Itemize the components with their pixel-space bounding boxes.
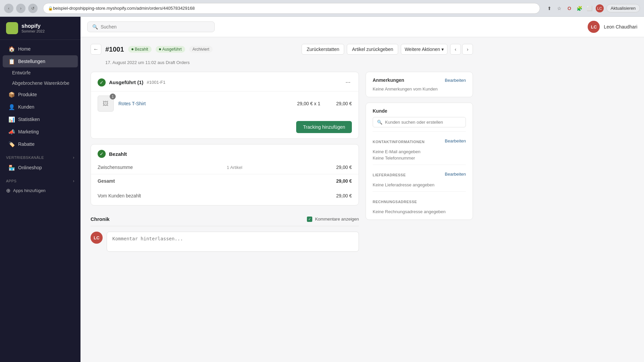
chronik-header: Chronik ✓ Kommentare anzeigen xyxy=(91,211,359,226)
customer-search-input[interactable] xyxy=(385,120,462,125)
products-icon: 📦 xyxy=(9,92,15,98)
sidebar-item-onlineshop[interactable]: 🏪 Onlineshop xyxy=(3,162,78,174)
payment-paid-amount: 29,00 € xyxy=(336,193,352,198)
anmerkungen-text: Keine Anmerkungen vom Kunden xyxy=(373,86,438,92)
search-box[interactable]: 🔍 xyxy=(87,21,215,32)
apps-label: Apps xyxy=(6,179,16,183)
apps-section: Apps › xyxy=(0,174,80,185)
sidebar-item-kunden[interactable]: 👤 Kunden xyxy=(3,101,78,113)
payment-subtotal-label: Zwischensumme xyxy=(98,165,133,170)
sidebar-item-abgebrochene[interactable]: Abgebrochene Warenkörbe xyxy=(12,78,78,88)
sidebar-item-bestellungen[interactable]: 📋 Bestellungen xyxy=(3,55,78,67)
browser-toolbar-icons: ⬆ ☆ O 🧩 ⬜ LC xyxy=(545,4,604,12)
item-total: 29,00 € xyxy=(325,101,352,106)
lieferadresse-edit-button[interactable]: Bearbeiten xyxy=(445,172,466,177)
reload-nav-btn[interactable]: ↺ xyxy=(28,4,38,13)
apps-arrow: › xyxy=(73,179,75,183)
orders-icon: 📋 xyxy=(9,58,15,64)
payment-total-row: Gesamt 29,00 € xyxy=(91,176,359,186)
user-name: Leon Chaudhari xyxy=(604,24,637,29)
kunde-header: Kunde xyxy=(373,108,466,114)
sidebar-rabatte-label: Rabatte xyxy=(18,141,35,147)
search-input[interactable] xyxy=(101,24,210,29)
address-bar[interactable]: 🔒 beispiel-dropshipping-store.myshopify.… xyxy=(43,3,540,14)
payment-card-header: ✓ Bezahlt xyxy=(91,144,359,162)
update-button[interactable]: Aktualisieren xyxy=(606,4,640,12)
sidebar-statistiken-label: Statistiken xyxy=(18,117,40,122)
kommentar-toggle[interactable]: ✓ Kommentare anzeigen xyxy=(307,217,359,222)
sidebar-item-produkte[interactable]: 📦 Produkte xyxy=(3,88,78,101)
payment-title-row: ✓ Bezahlt xyxy=(98,150,127,158)
sidebar-item-home[interactable]: 🏠 Home xyxy=(3,43,78,55)
fulfillment-card: ✓ Ausgeführt (1) #1001-F1 ··· 🖼 xyxy=(91,72,359,139)
prev-order-button[interactable]: ‹ xyxy=(450,44,461,55)
sidebar-abgebrochene-label: Abgebrochene Warenkörbe xyxy=(12,80,69,86)
back-button[interactable]: ← xyxy=(91,44,101,55)
rechnungsadresse-section-label: RECHNUNGSADRESSE xyxy=(373,200,417,204)
share-icon[interactable]: ⬆ xyxy=(545,4,553,12)
more-actions-button[interactable]: Weitere Aktionen ▾ xyxy=(401,44,447,55)
fulfillment-title-row: ✓ Ausgeführt (1) #1001-F1 xyxy=(98,78,165,86)
sidebar-item-marketing[interactable]: 📣 Marketing xyxy=(3,126,78,138)
badge-archived-label: Archiviert xyxy=(193,47,209,52)
item-price: 29,00 € x 1 xyxy=(287,101,320,106)
comment-box-row: LC xyxy=(91,232,359,252)
browser-chrome: ‹ › ↺ 🔒 beispiel-dropshipping-store.mysh… xyxy=(0,0,644,17)
discounts-icon: 🏷️ xyxy=(9,141,15,147)
lieferadresse-text: Keine Lieferadresse angegeben xyxy=(373,182,466,187)
kontakt-edit-button[interactable]: Bearbeiten xyxy=(445,138,466,143)
kontakt-email: Keine E-Mail angegeben xyxy=(373,149,466,154)
sidebar-item-statistiken[interactable]: 📊 Statistiken xyxy=(3,113,78,125)
bookmark-icon[interactable]: ☆ xyxy=(555,4,564,12)
customer-search[interactable]: 🔍 xyxy=(373,117,466,127)
profile-icon[interactable]: LC xyxy=(596,4,604,12)
item-qty-badge: 1 xyxy=(110,94,116,100)
tracking-button[interactable]: Tracking hinzufügen xyxy=(296,121,352,133)
lieferadresse-divider xyxy=(373,165,466,165)
anmerkungen-edit-button[interactable]: Bearbeiten xyxy=(445,78,466,83)
extensions-icon[interactable]: 🧩 xyxy=(576,4,584,12)
top-bar: 🔍 LC Leon Chaudhari xyxy=(80,17,644,37)
sidebar-item-entwuerfe[interactable]: Entwürfe xyxy=(12,68,78,78)
sidebar-home-label: Home xyxy=(18,46,31,52)
sidebar-onlineshop-label: Onlineshop xyxy=(18,165,42,170)
payment-subtotal-row: Zwischensumme 1 Artikel 29,00 € xyxy=(91,162,359,173)
anmerkungen-title: Anmerkungen xyxy=(373,77,404,83)
chevron-down-icon: ▾ xyxy=(441,47,444,52)
refund-button[interactable]: Zurückerstatten xyxy=(302,44,344,55)
item-image-wrapper: 🖼 1 xyxy=(98,96,114,112)
return-button[interactable]: Artikel zurückgeben xyxy=(347,44,398,55)
anmerkungen-card: Anmerkungen Bearbeiten Keine Anmerkungen… xyxy=(366,72,473,97)
right-column: Anmerkungen Bearbeiten Keine Anmerkungen… xyxy=(366,72,473,225)
badge-archived: Archiviert xyxy=(189,46,213,53)
order-title: #1001 xyxy=(105,46,124,53)
forward-nav-btn[interactable]: › xyxy=(16,4,25,13)
order-subtitle: 17. August 2022 um 11:02 aus Draft Order… xyxy=(91,60,473,65)
kommentar-checkbox[interactable]: ✓ xyxy=(307,217,312,222)
sidebar-item-rabatte[interactable]: 🏷️ Rabatte xyxy=(3,138,78,150)
comment-input[interactable] xyxy=(107,232,359,252)
lieferadresse-header: LIEFERADRESSE Bearbeiten xyxy=(373,169,466,179)
top-bar-right: LC Leon Chaudhari xyxy=(588,21,637,33)
plus-icon: ⊕ xyxy=(6,187,10,194)
payment-card: ✓ Bezahlt Zwischensumme 1 Artikel 29,00 … xyxy=(91,144,359,205)
payment-paid-row: Vom Kunden bezahlt 29,00 € xyxy=(91,190,359,201)
vertriebskanaele-arrow: › xyxy=(73,155,75,160)
search-icon: 🔍 xyxy=(92,24,98,29)
opera-icon[interactable]: O xyxy=(566,4,574,12)
fulfillment-more-button[interactable]: ··· xyxy=(344,77,352,87)
window-icon[interactable]: ⬜ xyxy=(586,4,594,12)
main-content: 🔍 LC Leon Chaudhari ← #1001 Bezahlt A xyxy=(80,17,644,362)
order-header: ← #1001 Bezahlt Ausgeführt Archiviert Zu… xyxy=(91,44,473,55)
add-apps-item[interactable]: ⊕ Apps hinzufügen xyxy=(0,185,80,196)
sidebar-logo: shopify Sommer 2022 xyxy=(0,17,80,40)
back-nav-btn[interactable]: ‹ xyxy=(4,4,13,13)
vertriebskanaele-label: Vertriebskanäle xyxy=(6,156,44,160)
payment-total-label: Gesamt xyxy=(98,178,115,184)
payment-status-icon: ✓ xyxy=(98,150,106,158)
add-apps-label: Apps hinzufügen xyxy=(13,188,46,193)
kunde-title: Kunde xyxy=(373,108,387,114)
customer-search-icon: 🔍 xyxy=(377,120,382,125)
kunde-card: Kunde 🔍 KONTAKTINFORMATIONEN Bearbeiten … xyxy=(366,103,473,220)
next-order-button[interactable]: › xyxy=(462,44,473,55)
